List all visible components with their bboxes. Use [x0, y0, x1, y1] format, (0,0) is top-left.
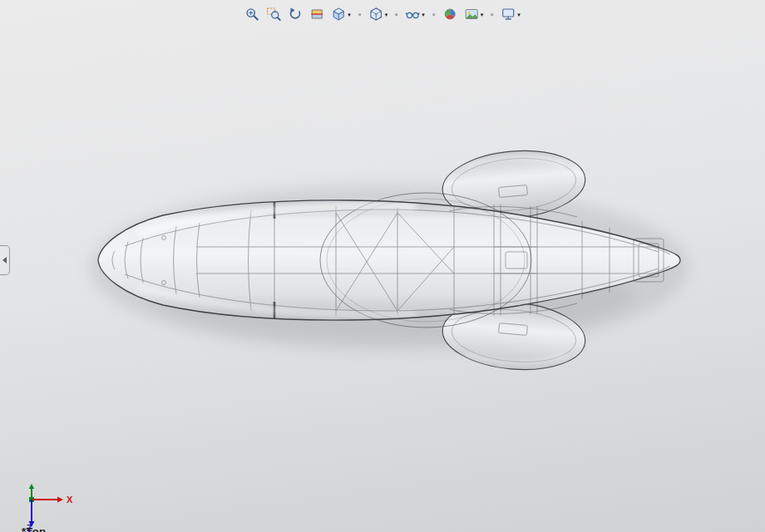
dropdown-arrow-icon[interactable]: ▾	[385, 12, 388, 17]
toolbar-separator	[432, 13, 435, 16]
dropdown-arrow-icon[interactable]: ▾	[422, 12, 425, 17]
dropdown-arrow-icon[interactable]: ▾	[481, 12, 484, 17]
hide-show-glasses-icon	[405, 7, 420, 22]
view-orientation-cube-icon	[331, 7, 346, 22]
edit-appearance-ball-icon	[442, 7, 457, 22]
apply-scene-button[interactable]: ▾	[462, 6, 486, 22]
dropdown-arrow-icon[interactable]: ▾	[517, 12, 521, 17]
view-orientation-label: *Top	[22, 525, 46, 532]
dropdown-arrow-icon[interactable]: ▾	[348, 12, 351, 17]
hide-show-items-button[interactable]: ▾	[403, 6, 427, 22]
axis-x	[32, 497, 63, 503]
zoom-to-area-icon	[266, 7, 281, 22]
panel-collapse-tab[interactable]	[0, 245, 10, 275]
heads-up-view-toolbar: ▾ ▾ ▾	[243, 4, 522, 24]
previous-view-icon	[288, 7, 303, 22]
axis-x-label: X	[67, 495, 73, 505]
apply-scene-icon	[464, 7, 479, 22]
toolbar-separator	[358, 13, 361, 16]
view-settings-button[interactable]: ▾	[499, 6, 522, 22]
zoom-to-area-button[interactable]	[264, 6, 283, 22]
previous-view-button[interactable]	[286, 6, 304, 22]
section-view-button[interactable]	[308, 6, 326, 22]
toolbar-separator	[395, 13, 397, 16]
model-3d-top-view[interactable]	[0, 0, 765, 532]
display-style-button[interactable]: ▾	[367, 6, 390, 22]
view-orientation-button[interactable]: ▾	[329, 6, 353, 22]
view-settings-monitor-icon	[501, 7, 516, 22]
orientation-triad: X Z	[12, 479, 91, 532]
graphics-viewport[interactable]: ▾ ▾ ▾	[0, 0, 765, 532]
zoom-to-fit-button[interactable]	[243, 6, 261, 22]
toolbar-separator	[491, 13, 493, 16]
zoom-to-fit-icon	[244, 7, 259, 22]
collapse-arrow-icon	[2, 257, 7, 264]
section-view-icon	[309, 7, 324, 22]
edit-appearance-button[interactable]	[441, 6, 459, 22]
display-style-icon	[368, 7, 383, 22]
